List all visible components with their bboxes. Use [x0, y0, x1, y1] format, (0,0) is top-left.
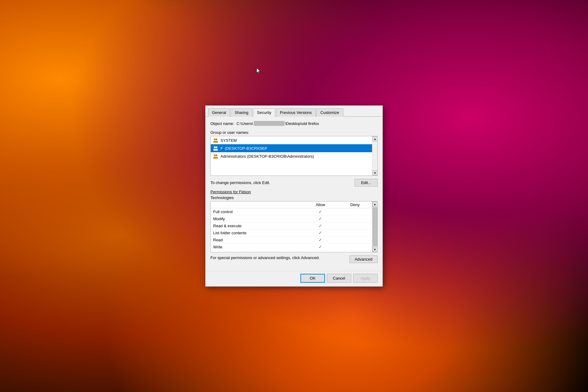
permissions-for-sub: Technologies: [210, 195, 378, 200]
svg-point-4: [214, 146, 216, 148]
advanced-text: For special permissions or advanced sett…: [210, 255, 346, 260]
perm-name-full-control: Full control: [211, 208, 303, 215]
perm-allow-full-control[interactable]: ✓: [303, 208, 338, 215]
dialog-content: Object name: C:\Users\ \Desktop\old fire…: [205, 117, 383, 271]
permissions-underline: Permissions for Fidson: [210, 190, 251, 194]
checkmark-full-control: ✓: [318, 209, 322, 214]
checkmark-modify: ✓: [318, 216, 322, 221]
perm-deny-full-control[interactable]: [338, 208, 372, 215]
perm-row-modify[interactable]: Modify ✓: [211, 215, 372, 222]
path-prefix: C:\Users\: [236, 121, 253, 126]
permissions-table: Allow Deny Full control ✓ Modify: [211, 202, 372, 251]
perm-scroll-up[interactable]: ▲: [372, 202, 378, 207]
object-path: C:\Users\ \Desktop\old firefox: [236, 121, 319, 126]
permissions-scrollbar[interactable]: ▲ ▼: [372, 202, 377, 252]
checkmark-read-execute: ✓: [318, 223, 322, 228]
user-icon-system: [213, 137, 219, 143]
user-item-fidson[interactable]: F (DESKTOP-B3CRIOB\F: [211, 144, 372, 152]
perm-allow-read[interactable]: ✓: [303, 236, 338, 243]
tab-bar: General Sharing Security Previous Versio…: [205, 106, 383, 117]
perm-row-read[interactable]: Read ✓: [211, 236, 372, 243]
svg-point-1: [216, 138, 217, 140]
object-name-row: Object name: C:\Users\ \Desktop\old fire…: [210, 121, 378, 126]
svg-point-8: [214, 154, 216, 156]
checkmark-write: ✓: [318, 244, 322, 249]
permissions-for-label: Permissions for Fidson: [210, 190, 378, 194]
perm-row-list-folder[interactable]: List folder contents ✓: [211, 229, 372, 236]
user-item-system[interactable]: SYSTEM: [211, 136, 372, 144]
tab-general[interactable]: General: [208, 108, 230, 117]
user-icon-fidson: [213, 145, 219, 151]
tab-customize[interactable]: Customize: [316, 108, 343, 117]
perm-allow-write[interactable]: ✓: [303, 243, 338, 251]
user-icon-administrators: [213, 153, 219, 159]
tab-previous-versions[interactable]: Previous Versions: [276, 108, 316, 117]
perm-allow-read-execute[interactable]: ✓: [303, 222, 338, 229]
checkmark-read: ✓: [318, 237, 322, 242]
perm-deny-modify[interactable]: [338, 215, 372, 222]
svg-point-7: [215, 149, 218, 151]
dialog-footer: OK Cancel Apply: [205, 271, 383, 286]
perm-row-full-control[interactable]: Full control ✓: [211, 208, 372, 215]
apply-button[interactable]: Apply: [353, 274, 378, 283]
path-suffix: \Desktop\old firefox: [285, 121, 319, 126]
perm-scroll-thumb[interactable]: [373, 207, 377, 246]
user-detail-fidson: (DESKTOP-B3CRIOB\F: [225, 146, 267, 151]
tab-security[interactable]: Security: [253, 108, 275, 117]
svg-point-9: [216, 154, 217, 156]
object-name-label: Object name:: [210, 121, 234, 126]
permissions-table-container: Allow Deny Full control ✓ Modify: [211, 202, 377, 252]
user-name-fidson: F: [221, 146, 223, 151]
change-perms-text: To change permissions, click Edit.: [210, 180, 270, 185]
svg-point-0: [214, 138, 216, 140]
perm-name-read: Read: [211, 236, 303, 243]
perm-row-read-execute[interactable]: Read & execute ✓: [211, 222, 372, 229]
perm-deny-read-execute[interactable]: [338, 222, 372, 229]
svg-point-3: [215, 141, 218, 143]
col-allow: Allow: [303, 202, 338, 208]
col-permission: [211, 202, 303, 208]
user-name-system: SYSTEM: [221, 138, 237, 143]
perm-deny-list-folder[interactable]: [338, 229, 372, 236]
path-redacted: [254, 121, 285, 126]
scroll-track: [372, 141, 377, 170]
group-label: Group or user names:: [210, 130, 378, 135]
users-scrollbar[interactable]: ▲ ▼: [372, 136, 377, 175]
advanced-row: For special permissions or advanced sett…: [210, 255, 378, 263]
svg-point-5: [216, 146, 217, 148]
permissions-scroll-area: Allow Deny Full control ✓ Modify: [211, 202, 372, 252]
user-item-administrators[interactable]: Administrators (DESKTOP-B3CRIOB\Administ…: [211, 152, 372, 160]
svg-point-11: [215, 157, 218, 159]
perm-row-write[interactable]: Write ✓: [211, 243, 372, 251]
scroll-up-btn[interactable]: ▲: [372, 136, 378, 141]
users-list-wrapper: SYSTEM F (DESKTOP-B3CRIOB\F: [210, 136, 378, 176]
advanced-button[interactable]: Advanced: [349, 255, 378, 263]
perm-name-list-folder: List folder contents: [211, 229, 303, 236]
perm-allow-list-folder[interactable]: ✓: [303, 229, 338, 236]
perm-deny-write[interactable]: [338, 243, 372, 251]
perm-name-read-execute: Read & execute: [211, 222, 303, 229]
users-list-inner: SYSTEM F (DESKTOP-B3CRIOB\F: [211, 136, 372, 175]
properties-dialog: General Sharing Security Previous Versio…: [205, 105, 383, 287]
permissions-table-wrapper: Allow Deny Full control ✓ Modify: [210, 201, 378, 252]
cancel-button[interactable]: Cancel: [327, 274, 351, 283]
perm-name-modify: Modify: [211, 215, 303, 222]
checkmark-list-folder: ✓: [318, 230, 322, 235]
perm-deny-read[interactable]: [338, 236, 372, 243]
perm-allow-modify[interactable]: ✓: [303, 215, 338, 222]
tab-sharing[interactable]: Sharing: [231, 108, 252, 117]
col-deny: Deny: [338, 202, 372, 208]
user-name-administrators: Administrators (DESKTOP-B3CRIOB\Administ…: [221, 154, 314, 159]
perm-name-write: Write: [211, 243, 303, 251]
perm-scroll-down[interactable]: ▼: [372, 247, 378, 252]
ok-button[interactable]: OK: [300, 274, 325, 283]
scroll-down-btn[interactable]: ▼: [372, 170, 378, 175]
change-perms-row: To change permissions, click Edit. Edit.…: [210, 179, 378, 187]
edit-button[interactable]: Edit...: [355, 179, 378, 187]
